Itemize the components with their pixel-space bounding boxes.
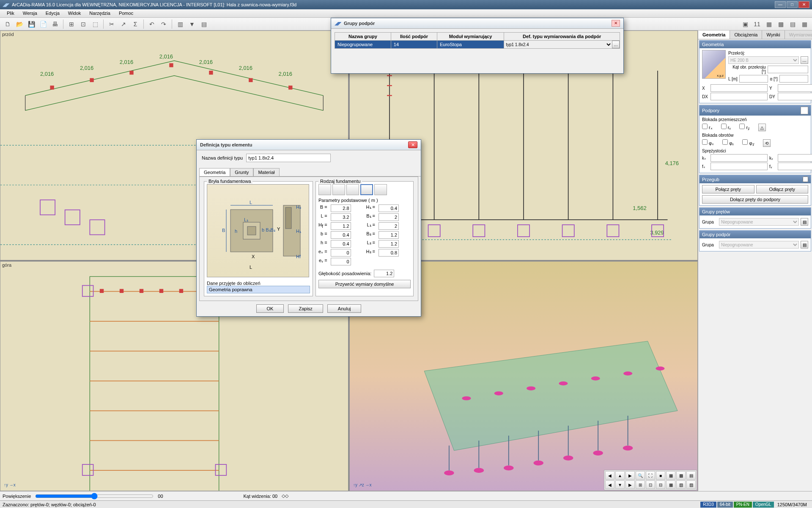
r3-icon[interactable]: ▦ xyxy=(764,19,774,29)
vt-grid3[interactable]: ▤ xyxy=(686,471,696,480)
grupy-row-1[interactable]: Niepogrupowane 14 EuroStopa typ1 1.8x2.4… xyxy=(335,41,620,49)
zoom-slider[interactable] xyxy=(35,493,154,500)
maximize-button[interactable]: □ xyxy=(787,1,798,8)
vt-b6[interactable]: ▦ xyxy=(666,480,675,489)
open-icon[interactable]: 📂 xyxy=(14,19,25,29)
check-phx[interactable]: φₓ xyxy=(702,139,714,147)
dolacz-btn[interactable]: Dołącz pręty do podpory xyxy=(702,195,808,204)
calc-icon[interactable]: Σ xyxy=(130,19,140,29)
param-h[interactable] xyxy=(331,240,351,248)
tool-1-icon[interactable]: ⊞ xyxy=(66,19,77,29)
check-rz[interactable]: r𝓏 xyxy=(739,124,750,131)
ft-5[interactable] xyxy=(374,184,387,195)
rotation-icon-btn[interactable]: ⟲ xyxy=(763,139,771,147)
vt-up[interactable]: ▲ xyxy=(615,471,625,480)
param-L[interactable] xyxy=(331,213,351,221)
tab-wymiarowanie[interactable]: Wymiarowanie xyxy=(785,30,812,39)
tab-geometria[interactable]: Geometria xyxy=(698,30,730,39)
vt-grid1[interactable]: ▦ xyxy=(666,471,675,480)
X-input[interactable] xyxy=(710,84,768,92)
menu-pomoc[interactable]: Pomoc xyxy=(115,9,137,17)
vt-b3[interactable]: ⊞ xyxy=(636,480,645,489)
r4-icon[interactable]: ▩ xyxy=(776,19,786,29)
check-rx[interactable]: rₓ xyxy=(702,124,713,131)
anuluj-button[interactable]: Anuluj xyxy=(327,304,362,313)
alpha-input[interactable] xyxy=(779,75,809,83)
ky-input[interactable] xyxy=(778,154,812,162)
tab-obciazenia[interactable]: Obciążenia xyxy=(730,30,762,39)
DX-input[interactable] xyxy=(710,93,768,100)
DY-input[interactable] xyxy=(778,93,812,100)
def-type-btn[interactable]: … xyxy=(612,41,620,48)
menu-edycja[interactable]: Edycja xyxy=(41,9,64,17)
cut-icon[interactable]: ✂ xyxy=(107,19,117,29)
def-tab-material[interactable]: Materiał xyxy=(253,168,279,176)
ft-4[interactable] xyxy=(360,184,373,195)
vt-b5[interactable]: ⊟ xyxy=(656,480,665,489)
tree-icon[interactable]: ▤ xyxy=(199,19,209,29)
def-tab-grunty[interactable]: Grunty xyxy=(230,168,253,176)
def-type-select[interactable]: typ1 1.8x2.4 xyxy=(504,41,612,48)
vt-b4[interactable]: ⊡ xyxy=(646,480,655,489)
polacz-btn[interactable]: Połącz pręty xyxy=(702,185,754,193)
filter-icon[interactable]: ▼ xyxy=(187,19,197,29)
undo-icon[interactable]: ↶ xyxy=(147,19,157,29)
vt-zoom[interactable]: 🔍 xyxy=(636,471,645,480)
ft-2[interactable] xyxy=(332,184,345,195)
menu-plik[interactable]: Plik xyxy=(3,9,19,17)
vt-right[interactable]: ▶ xyxy=(625,471,635,480)
dialog-grupy-close[interactable]: ✕ xyxy=(612,20,620,27)
L-input[interactable] xyxy=(739,75,768,83)
param-ey[interactable] xyxy=(331,258,351,265)
tab-wyniki[interactable]: Wyniki xyxy=(762,30,785,39)
check-phy[interactable]: φᵧ xyxy=(722,139,734,147)
r6-icon[interactable]: ▦ xyxy=(799,19,809,29)
grupa-pretow-select[interactable]: Niepogrupowane xyxy=(719,218,799,226)
przywroc-btn[interactable]: Przywróć wymiary domyślne xyxy=(318,280,411,288)
vt-3d[interactable]: ■ xyxy=(656,471,665,480)
r2-icon[interactable]: 11 xyxy=(752,19,762,29)
param-L2[interactable] xyxy=(379,240,399,248)
vt-down[interactable]: ▼ xyxy=(615,480,625,489)
fy-input[interactable] xyxy=(778,163,812,170)
menu-widok[interactable]: Widok xyxy=(64,9,85,17)
param-B[interactable] xyxy=(331,204,351,212)
przegub-check[interactable] xyxy=(803,177,808,182)
vt-b1[interactable]: ◀ xyxy=(605,480,614,489)
ft-1[interactable] xyxy=(318,184,331,195)
glebokosc-input[interactable] xyxy=(374,270,394,277)
param-b[interactable] xyxy=(331,231,351,239)
save-icon[interactable]: 💾 xyxy=(26,19,36,29)
def-tab-geometria[interactable]: Geometria xyxy=(199,168,230,176)
przekroj-btn[interactable]: … xyxy=(801,56,808,64)
vt-fit[interactable]: ⛶ xyxy=(646,471,655,480)
fx-input[interactable] xyxy=(710,163,768,170)
tool-2-icon[interactable]: ⊡ xyxy=(78,19,88,29)
dialog-def-close[interactable]: ✕ xyxy=(408,141,417,148)
param-H1[interactable] xyxy=(379,204,399,212)
tool-5-icon[interactable]: ↗ xyxy=(118,19,129,29)
new-icon[interactable]: 🗋 xyxy=(3,19,13,29)
ok-button[interactable]: OK xyxy=(256,304,284,313)
Y-input[interactable] xyxy=(778,84,812,92)
report-icon[interactable]: 📄 xyxy=(38,19,48,29)
support-icon-btn[interactable]: △ xyxy=(758,124,766,131)
minimize-button[interactable]: — xyxy=(775,1,786,8)
check-ry[interactable]: rᵧ xyxy=(721,124,731,131)
angle-icons[interactable]: ◇◇ xyxy=(282,493,288,499)
param-L1[interactable] xyxy=(379,222,399,230)
odlacz-btn[interactable]: Odłącz pręty xyxy=(756,185,809,193)
param-B1[interactable] xyxy=(379,213,399,221)
vt-b7[interactable]: ▧ xyxy=(676,480,686,489)
podpory-lib-btn[interactable]: ◆ xyxy=(801,107,808,114)
vt-b8[interactable]: ▨ xyxy=(686,480,696,489)
grupa-pretow-btn[interactable]: ▤ xyxy=(801,218,808,226)
close-button[interactable]: ✕ xyxy=(798,1,809,8)
ft-3[interactable] xyxy=(346,184,359,195)
tool-3-icon[interactable]: ⬚ xyxy=(90,19,100,29)
redo-icon[interactable]: ↷ xyxy=(159,19,169,29)
vt-left[interactable]: ◀ xyxy=(605,471,614,480)
vt-b2[interactable]: ▶ xyxy=(625,480,635,489)
param-B2[interactable] xyxy=(379,231,399,239)
param-ex[interactable] xyxy=(331,249,351,257)
